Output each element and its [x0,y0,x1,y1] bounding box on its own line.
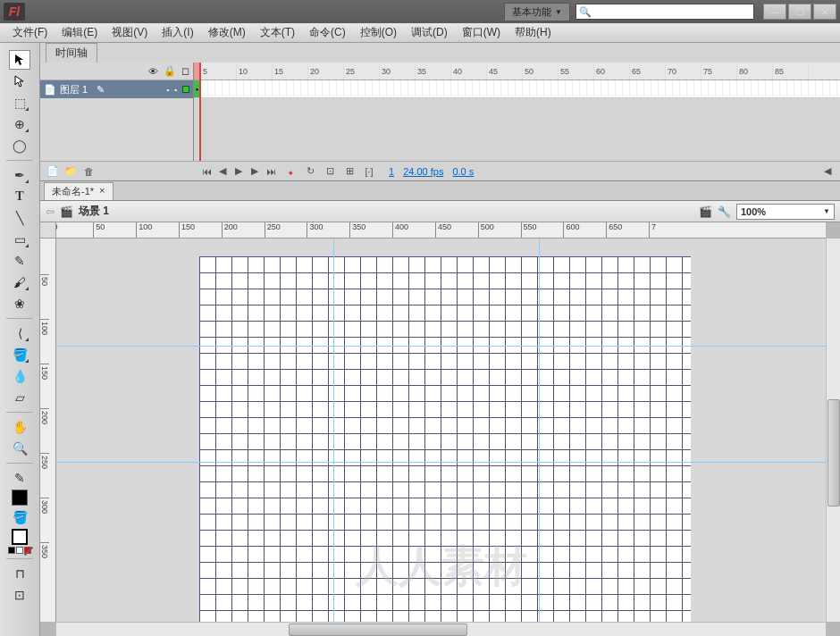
fill-swatch[interactable] [12,529,28,545]
minimize-button[interactable]: — [763,4,786,20]
fill-color-tool[interactable]: 🪣 [9,507,30,527]
zoom-select[interactable]: 100% ▼ [736,204,835,220]
timeline-panel: 时间轴 👁 🔒 ◻ 📄 图层 1 ✎ •• [40,43,840,181]
fps-display[interactable]: 24.00 fps [403,166,443,177]
swap-colors[interactable] [8,547,31,554]
pencil-tool[interactable]: ✎ [9,251,30,271]
vertical-ruler[interactable]: 0 50 100 150 200 250 300 350 [40,238,56,622]
document-tab[interactable]: 未命名-1* × [44,182,113,200]
timeline-tab[interactable]: 时间轴 [46,43,97,63]
layer-name: 图层 1 [60,83,88,96]
document-tab-label: 未命名-1* [52,185,94,198]
edit-scene-button[interactable]: 🎬 [699,205,712,218]
delete-layer-button[interactable]: 🗑 [81,164,96,179]
lasso-tool[interactable]: ◯ [9,136,30,155]
scrollbar-thumb[interactable] [289,623,467,636]
guide-horizontal[interactable] [56,346,826,347]
close-button[interactable]: ✕ [813,4,836,20]
app-logo: Fl [4,3,25,21]
horizontal-scrollbar[interactable] [56,622,826,636]
canvas-viewport[interactable]: 人人素材 [56,238,826,622]
current-frame[interactable]: 1 [389,166,394,177]
vertical-scrollbar[interactable] [826,238,840,622]
document-tabs: 未命名-1* × [40,181,840,201]
step-forward-button[interactable]: ▶ [248,164,262,179]
menu-control[interactable]: 控制(O) [353,25,404,40]
outline-icon[interactable]: ◻ [181,65,189,77]
menu-window[interactable]: 窗口(W) [455,25,508,40]
new-layer-button[interactable]: 📄 [46,164,60,179]
free-transform-tool[interactable]: ⬚ [9,93,30,113]
ruler-corner [40,222,56,238]
menu-view[interactable]: 视图(V) [105,25,155,40]
paint-bucket-tool[interactable]: 🪣 [9,345,30,364]
back-button[interactable]: ⇦ [46,205,55,218]
onion-skin-button[interactable]: ⊡ [323,164,337,179]
maximize-button[interactable]: ❐ [788,4,811,20]
frames-area[interactable]: 5 10 15 20 25 30 35 40 45 50 55 60 65 70 [194,63,840,161]
pen-tool[interactable]: ✒ [9,165,30,185]
menu-insert[interactable]: 插入(I) [155,25,200,40]
menu-edit[interactable]: 编辑(E) [55,25,105,40]
menu-help[interactable]: 帮助(H) [508,25,559,40]
chevron-down-icon: ▼ [555,8,562,16]
layer-icon: 📄 [44,84,56,96]
lock-icon[interactable]: 🔒 [164,65,176,77]
hand-tool[interactable]: ✋ [9,417,30,437]
menu-commands[interactable]: 命令(C) [302,25,353,40]
guide-vertical[interactable] [333,238,334,622]
eyedropper-tool[interactable]: 💧 [9,366,30,386]
subselection-tool[interactable] [9,71,30,91]
brush-tool[interactable]: 🖌 [9,272,30,292]
deco-tool[interactable]: ❀ [9,294,30,314]
line-tool[interactable]: ╲ [9,208,30,228]
layer-column: 👁 🔒 ◻ 📄 图层 1 ✎ •• [40,63,194,161]
search-input[interactable]: 🔍 [575,4,754,20]
menu-modify[interactable]: 修改(M) [201,25,253,40]
guide-vertical[interactable] [539,238,540,622]
edit-symbols-button[interactable]: 🔧 [718,205,731,218]
layer-row[interactable]: 📄 图层 1 ✎ •• [40,80,193,98]
search-icon: 🔍 [579,6,592,18]
selection-tool[interactable] [9,50,30,70]
chevron-down-icon: ▼ [823,207,830,215]
edit-bar: ⇦ 🎬 场景 1 🎬 🔧 100% ▼ [40,201,840,222]
close-tab-icon[interactable]: × [99,185,105,198]
eraser-tool[interactable]: ▱ [9,388,30,407]
menu-file[interactable]: 文件(F) [5,25,55,40]
rectangle-tool[interactable]: ▭ [9,230,30,249]
menu-debug[interactable]: 调试(D) [404,25,455,40]
playhead[interactable] [199,63,201,161]
goto-first-button[interactable]: ⏮ [199,164,214,179]
zoom-value: 100% [741,206,766,217]
stage[interactable] [199,256,691,622]
text-tool[interactable]: T [9,187,30,206]
visibility-icon[interactable]: 👁 [148,66,158,77]
3d-rotation-tool[interactable]: ⊕ [9,114,30,134]
menu-text[interactable]: 文本(T) [253,25,302,40]
options-tool[interactable]: ⊡ [9,585,30,605]
stroke-color-tool[interactable]: ✎ [9,468,30,488]
workspace-label: 基本功能 [512,5,551,19]
goto-last-button[interactable]: ⏭ [264,164,278,179]
stroke-swatch[interactable] [12,490,28,506]
play-button[interactable]: ▶ [231,164,246,179]
new-folder-button[interactable]: 📁 [63,164,78,179]
edit-multiple-button[interactable]: [·] [362,164,376,179]
menu-bar: 文件(F) 编辑(E) 视图(V) 插入(I) 修改(M) 文本(T) 命令(C… [0,23,840,43]
loop-button[interactable]: ↻ [303,164,317,179]
guide-horizontal[interactable] [56,462,826,463]
bone-tool[interactable]: ⟨ [9,323,30,343]
onion-outline-button[interactable]: ⊞ [342,164,357,179]
snap-tool[interactable]: ⊓ [9,564,30,583]
step-back-button[interactable]: ◀ [215,164,230,179]
scene-icon: 🎬 [60,205,73,218]
scene-name[interactable]: 场景 1 [79,204,109,219]
scrollbar-thumb[interactable] [827,399,840,506]
workspace-switcher[interactable]: 基本功能 ▼ [504,3,570,21]
zoom-tool[interactable]: 🔍 [9,439,30,458]
title-bar: Fl 基本功能 ▼ 🔍 — ❐ ✕ [0,0,840,23]
timeline-scroll-left[interactable]: ◀ [820,164,835,179]
horizontal-ruler[interactable]: 150 100 50 0 50 100 150 200 250 300 350 … [56,222,826,238]
center-frame-button[interactable]: ⬥ [283,164,298,179]
